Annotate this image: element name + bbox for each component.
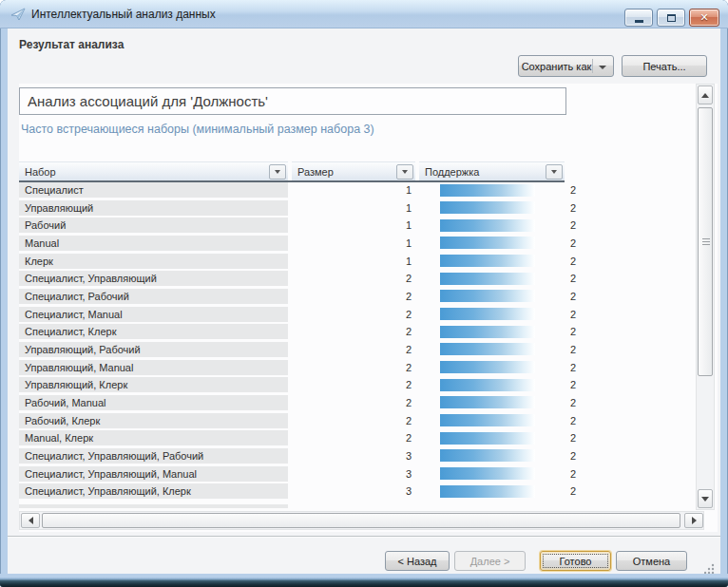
cell-set[interactable]: Manual — [19, 236, 288, 251]
cell-set[interactable]: Специалист, Управляющий, Рабочий — [19, 448, 288, 464]
arrow-left-icon — [29, 517, 33, 524]
support-value: 2 — [570, 289, 576, 304]
minimize-button[interactable] — [624, 9, 653, 27]
cell-size: 1 — [292, 254, 415, 269]
back-button[interactable]: < Назад — [385, 551, 450, 571]
column-label: Набор — [25, 166, 56, 178]
table-row[interactable]: Специалист, Управляющий, Рабочий32 — [19, 448, 565, 466]
cell-size: 2 — [292, 271, 415, 286]
cell-size: 3 — [292, 448, 415, 464]
scroll-right-button[interactable] — [684, 513, 703, 528]
cell-size: 2 — [292, 324, 415, 339]
cell-set[interactable]: Специалист, Управляющий, Клерк — [19, 483, 288, 499]
support-value: 2 — [570, 377, 576, 392]
cell-support: 2 — [438, 289, 584, 304]
cell-support: 2 — [438, 200, 584, 216]
cell-support: 2 — [438, 430, 584, 445]
print-label: Печать... — [642, 61, 685, 72]
cell-set[interactable]: Специалист, Управляющий — [19, 271, 288, 286]
table-row[interactable]: Управляющий, Рабочий22 — [19, 342, 565, 360]
maximize-button[interactable] — [657, 9, 685, 27]
table-row[interactable]: Специалист, Клерк22 — [19, 324, 565, 342]
column-label: Размер — [297, 166, 334, 178]
chevron-down-icon — [402, 170, 408, 174]
horizontal-scrollbar-thumb[interactable] — [42, 513, 680, 528]
table-row[interactable]: Рабочий, Manual22 — [19, 395, 565, 413]
table-row[interactable]: Специалист, Управляющий, Manual32 — [19, 466, 565, 484]
cell-set[interactable]: Управляющий, Рабочий — [19, 342, 288, 357]
scroll-up-button[interactable] — [698, 85, 713, 104]
table-row[interactable]: Специалист, Рабочий22 — [19, 289, 565, 307]
support-value: 2 — [570, 413, 576, 428]
column-header-support[interactable]: Поддержка — [419, 161, 565, 180]
horizontal-scrollbar[interactable] — [19, 511, 704, 530]
title-bar[interactable]: Интеллектуальный анализ данных ✕ — [0, 0, 728, 28]
dialog-content: Результат анализа Сохранить как Печать..… — [8, 28, 720, 574]
partial-table-row — [19, 504, 288, 508]
cell-support: 2 — [438, 324, 584, 339]
column-header-size[interactable]: Размер — [292, 161, 415, 180]
support-bar — [440, 308, 535, 320]
cell-set[interactable]: Специалист, Клерк — [19, 324, 288, 339]
scroll-left-button[interactable] — [21, 513, 40, 528]
table-row[interactable]: Специалист, Управляющий22 — [19, 271, 565, 289]
finish-button[interactable]: Готово — [540, 551, 611, 571]
cell-set[interactable]: Рабочий — [19, 218, 288, 233]
cell-set[interactable]: Специалист, Рабочий — [19, 289, 288, 304]
chevron-down-icon — [551, 170, 557, 174]
support-value: 2 — [570, 254, 576, 269]
table-row[interactable]: Управляющий, Клерк22 — [19, 377, 565, 395]
cell-set[interactable]: Специалист — [19, 182, 288, 198]
chevron-down-icon[interactable] — [599, 66, 606, 69]
cell-support: 2 — [438, 483, 584, 499]
cell-set[interactable]: Управляющий, Manual — [19, 360, 288, 375]
table-row[interactable]: Управляющий, Manual22 — [19, 360, 565, 378]
window-bottom-border — [0, 574, 728, 587]
column-header-set[interactable]: Набор — [19, 161, 288, 180]
cell-support: 2 — [438, 448, 584, 464]
table-row[interactable]: Специалист, Управляющий, Клерк32 — [19, 483, 565, 502]
cell-size: 2 — [292, 342, 415, 357]
support-value: 2 — [570, 466, 576, 482]
cell-set[interactable]: Управляющий, Клерк — [19, 377, 288, 392]
cell-support: 2 — [438, 254, 584, 269]
support-value: 2 — [570, 483, 576, 499]
cell-set[interactable]: Рабочий, Manual — [19, 395, 288, 410]
app-icon — [10, 7, 26, 22]
table-row[interactable]: Рабочий, Клерк22 — [19, 413, 565, 431]
support-value: 2 — [570, 307, 576, 322]
table-row[interactable]: Manual12 — [19, 236, 565, 254]
table-row[interactable]: Управляющий12 — [19, 200, 565, 218]
cell-size: 2 — [292, 395, 415, 410]
cell-set[interactable]: Управляющий — [19, 200, 288, 216]
table-row[interactable]: Manual, Клерк22 — [19, 430, 565, 448]
table-row[interactable]: Специалист, Manual22 — [19, 307, 565, 325]
support-bar — [440, 237, 535, 249]
support-bar — [440, 290, 535, 302]
table-row[interactable]: Клерк12 — [19, 254, 565, 272]
filter-dropdown-button[interactable] — [546, 164, 563, 180]
support-bar — [440, 201, 535, 214]
table-row[interactable]: Рабочий12 — [19, 218, 565, 236]
table-row[interactable]: Специалист12 — [19, 182, 565, 200]
save-as-label: Сохранить как — [522, 61, 592, 72]
scroll-down-button[interactable] — [698, 489, 713, 508]
cell-set[interactable]: Специалист, Управляющий, Manual — [19, 466, 288, 482]
close-button[interactable]: ✕ — [689, 9, 719, 27]
vertical-scrollbar[interactable] — [696, 84, 715, 510]
cell-size: 1 — [292, 218, 415, 233]
cancel-button[interactable]: Отмена — [616, 551, 687, 571]
cell-size: 3 — [292, 483, 415, 499]
filter-dropdown-button[interactable] — [269, 164, 286, 180]
cell-support: 2 — [438, 360, 584, 375]
cell-set[interactable]: Специалист, Manual — [19, 307, 288, 322]
print-button[interactable]: Печать... — [622, 55, 707, 77]
vertical-scrollbar-thumb[interactable] — [698, 107, 713, 376]
filter-dropdown-button[interactable] — [396, 164, 413, 180]
support-value: 2 — [570, 342, 576, 357]
cell-set[interactable]: Manual, Клерк — [19, 430, 288, 445]
save-as-button[interactable]: Сохранить как — [518, 55, 614, 77]
cell-set[interactable]: Клерк — [19, 254, 288, 269]
cell-set[interactable]: Рабочий, Клерк — [19, 413, 288, 428]
cell-size: 2 — [292, 430, 415, 445]
